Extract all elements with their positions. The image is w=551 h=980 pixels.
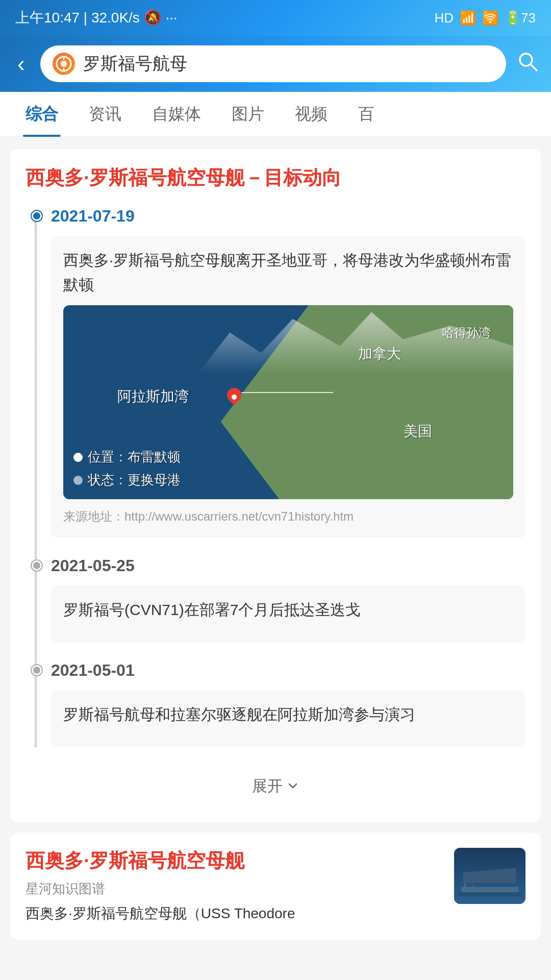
tab-百[interactable]: 百 bbox=[343, 92, 390, 137]
map-image: 阿拉斯加湾 加拿大 美国 哈得孙湾 bbox=[63, 305, 513, 499]
chevron-down-icon bbox=[287, 778, 299, 795]
timeline-content-2: 罗斯福号(CVN71)在部署7个月后抵达圣迭戈 bbox=[51, 585, 525, 643]
map-label-alaska: 阿拉斯加湾 bbox=[117, 387, 189, 406]
signal-icon: 📶 bbox=[460, 10, 476, 26]
knowledge-card-title: 西奥多·罗斯福号航空母舰 bbox=[26, 848, 444, 874]
main-content: 西奥多·罗斯福号航空母舰－目标动向 2021-07-19 西奥多·罗斯福号航空母… bbox=[0, 137, 551, 952]
source-url: 来源地址：http://www.uscarriers.net/cvn71hist… bbox=[63, 507, 513, 526]
map-info-location: 位置：布雷默顿 bbox=[73, 448, 181, 466]
map-label-hudson: 哈得孙湾 bbox=[442, 325, 491, 341]
timeline-item-3: 2021-05-01 罗斯福号航母和拉塞尔驱逐舰在阿拉斯加湾参与演习 bbox=[51, 661, 525, 747]
search-query-text: 罗斯福号航母 bbox=[83, 52, 494, 76]
knowledge-card-image bbox=[454, 848, 525, 904]
status-time-network: 上午10:47 | 32.0K/s 🔕 ··· bbox=[15, 8, 178, 28]
search-input-wrap[interactable]: 罗斯福号航母 bbox=[40, 45, 506, 82]
timeline-item-2: 2021-05-25 罗斯福号(CVN71)在部署7个月后抵达圣迭戈 bbox=[51, 556, 525, 643]
tab-综合[interactable]: 综合 bbox=[10, 92, 73, 137]
timeline-card: 西奥多·罗斯福号航空母舰－目标动向 2021-07-19 西奥多·罗斯福号航空母… bbox=[10, 149, 541, 822]
wifi-icon: 🛜 bbox=[482, 10, 498, 26]
search-logo bbox=[53, 53, 75, 75]
timeline-date-3: 2021-05-01 bbox=[51, 661, 525, 680]
tab-bar: 综合 资讯 自媒体 图片 视频 百 bbox=[0, 92, 551, 137]
section-title: 西奥多·罗斯福号航空母舰－目标动向 bbox=[26, 164, 525, 191]
map-info: 位置：布雷默顿 状态：更换母港 bbox=[73, 448, 181, 489]
timeline: 2021-07-19 西奥多·罗斯福号航空母舰离开圣地亚哥，将母港改为华盛顿州布… bbox=[26, 207, 525, 747]
tab-自媒体[interactable]: 自媒体 bbox=[137, 92, 216, 137]
timeline-date-2: 2021-05-25 bbox=[51, 556, 525, 575]
map-label-canada: 加拿大 bbox=[358, 344, 401, 363]
timeline-dot-2 bbox=[32, 560, 42, 571]
timeline-content-1: 西奥多·罗斯福号航空母舰离开圣地亚哥，将母港改为华盛顿州布雷默顿 阿拉斯加湾 加… bbox=[51, 236, 525, 538]
search-bar: ‹ 罗斯福号航母 bbox=[0, 36, 551, 92]
expand-button[interactable]: 展开 bbox=[26, 766, 525, 807]
search-button[interactable] bbox=[516, 50, 539, 78]
knowledge-card: 西奥多·罗斯福号航空母舰 星河知识图谱 西奥多·罗斯福号航空母舰（USS The… bbox=[10, 832, 541, 940]
knowledge-card-description: 西奥多·罗斯福号航空母舰（USS Theodore bbox=[26, 903, 444, 924]
map-pin bbox=[227, 388, 241, 406]
tab-图片[interactable]: 图片 bbox=[216, 92, 280, 137]
svg-point-1 bbox=[61, 61, 67, 67]
timeline-dot-3 bbox=[32, 665, 42, 675]
knowledge-card-text: 西奥多·罗斯福号航空母舰 星河知识图谱 西奥多·罗斯福号航空母舰（USS The… bbox=[26, 848, 444, 924]
battery-indicator: 🔋73 bbox=[505, 10, 536, 26]
timeline-content-3: 罗斯福号航母和拉塞尔驱逐舰在阿拉斯加湾参与演习 bbox=[51, 690, 525, 747]
timeline-dot-1 bbox=[32, 211, 42, 221]
map-info-status: 状态：更换母港 bbox=[73, 471, 181, 489]
status-indicators: HD 📶 🛜 🔋73 bbox=[435, 10, 536, 26]
info-dot-status bbox=[73, 476, 83, 485]
timeline-text-1: 西奥多·罗斯福号航空母舰离开圣地亚哥，将母港改为华盛顿州布雷默顿 bbox=[63, 248, 513, 297]
svg-line-5 bbox=[531, 64, 537, 70]
tab-视频[interactable]: 视频 bbox=[280, 92, 343, 137]
timeline-text-3: 罗斯福号航母和拉塞尔驱逐舰在阿拉斯加湾参与演习 bbox=[63, 702, 513, 727]
timeline-item-1: 2021-07-19 西奥多·罗斯福号航空母舰离开圣地亚哥，将母港改为华盛顿州布… bbox=[51, 207, 525, 538]
knowledge-card-subtitle: 星河知识图谱 bbox=[26, 880, 444, 898]
timeline-date-1: 2021-07-19 bbox=[51, 207, 525, 226]
hd-icon: HD bbox=[435, 10, 454, 26]
timeline-text-2: 罗斯福号(CVN71)在部署7个月后抵达圣迭戈 bbox=[63, 598, 513, 622]
map-label-usa: 美国 bbox=[404, 422, 432, 441]
status-bar: 上午10:47 | 32.0K/s 🔕 ··· HD 📶 🛜 🔋73 bbox=[0, 0, 551, 36]
tab-资讯[interactable]: 资讯 bbox=[73, 92, 137, 137]
back-button[interactable]: ‹ bbox=[12, 46, 30, 82]
info-dot-location bbox=[73, 453, 83, 462]
